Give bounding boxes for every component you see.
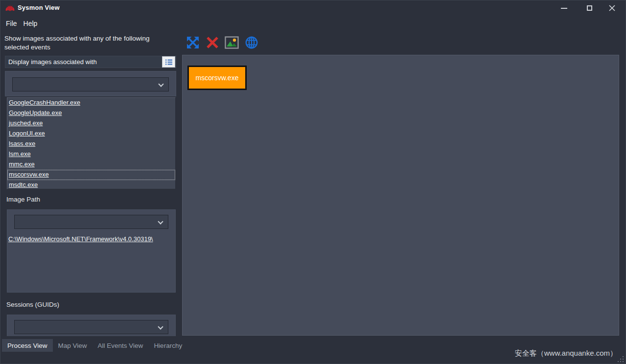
clear-red-x-icon — [206, 36, 219, 49]
maximize-button[interactable] — [578, 0, 601, 16]
image-list-item[interactable]: GoogleUpdate.exe — [7, 108, 175, 118]
image-list-item[interactable]: lsm.exe — [7, 149, 175, 159]
close-button[interactable] — [601, 0, 623, 16]
menu-bar: File Help — [0, 16, 626, 30]
process-view-canvas[interactable]: mscorsvw.exe — [182, 55, 619, 336]
image-list-item-selected[interactable]: mscorsvw.exe — [7, 170, 175, 180]
image-list-item[interactable]: lsass.exe — [7, 139, 175, 149]
menu-help[interactable]: Help — [23, 20, 38, 27]
tab-map-view[interactable]: Map View — [53, 339, 93, 352]
tab-all-events-view[interactable]: All Events View — [93, 339, 149, 352]
app-logo-icon — [5, 4, 15, 12]
chevron-down-icon — [158, 81, 163, 87]
image-list-item[interactable]: GoogleCrashHandler.exe — [7, 98, 175, 108]
list-options-button[interactable] — [162, 56, 175, 68]
close-icon — [608, 4, 616, 12]
tab-process-view[interactable]: Process View — [2, 339, 53, 352]
image-path-link[interactable]: C:\Windows\Microsoft.NET\Framework\v4.0.… — [8, 235, 175, 243]
fit-expand-icon — [186, 36, 200, 49]
minimize-button[interactable] — [553, 0, 575, 16]
images-header-label: Display images associated with — [5, 58, 162, 66]
globe-icon — [245, 36, 258, 49]
image-filter-panel — [5, 71, 176, 96]
image-list-item[interactable]: mmc.exe — [7, 159, 175, 170]
image-list-item[interactable]: msdtc.exe — [7, 180, 175, 189]
image-list-item[interactable]: LogonUI.exe — [7, 129, 175, 139]
instruction-text: Show images associated with any of the f… — [4, 34, 168, 52]
image-list-item[interactable]: jusched.exe — [7, 118, 175, 129]
export-image-icon — [225, 36, 239, 49]
menu-file[interactable]: File — [6, 20, 17, 27]
window-title: Sysmon View — [18, 4, 60, 11]
images-header-bar: Display images associated with — [5, 56, 176, 68]
image-path-dropdown[interactable] — [14, 215, 168, 229]
canvas-toolbar — [185, 35, 258, 50]
clear-button[interactable] — [205, 36, 219, 50]
image-filter-dropdown[interactable] — [12, 77, 169, 91]
export-image-button[interactable] — [225, 36, 239, 50]
image-path-panel: C:\Windows\Microsoft.NET\Framework\v4.0.… — [7, 209, 176, 293]
fit-expand-button[interactable] — [185, 36, 200, 50]
list-icon — [165, 59, 173, 66]
image-list: GoogleCrashHandler.exe GoogleUpdate.exe … — [7, 97, 176, 189]
app-window: Sysmon View File Help Show images associ… — [0, 0, 626, 364]
watermark-text: 安全客（www.anquanke.com） — [515, 349, 617, 358]
sessions-panel — [7, 315, 176, 336]
image-path-label: Image Path — [6, 196, 40, 203]
process-node[interactable]: mscorsvw.exe — [188, 66, 246, 90]
sessions-label: Sessions (GUIDs) — [6, 301, 59, 308]
title-bar: Sysmon View — [0, 0, 626, 16]
chevron-down-icon — [158, 324, 163, 329]
chevron-down-icon — [158, 219, 163, 224]
maximize-icon — [587, 5, 592, 11]
web-map-button[interactable] — [244, 36, 258, 50]
tab-hierarchy[interactable]: Hierarchy — [148, 339, 187, 352]
sessions-dropdown[interactable] — [14, 320, 168, 334]
resize-grip[interactable] — [618, 356, 624, 363]
minimize-icon — [561, 8, 567, 9]
